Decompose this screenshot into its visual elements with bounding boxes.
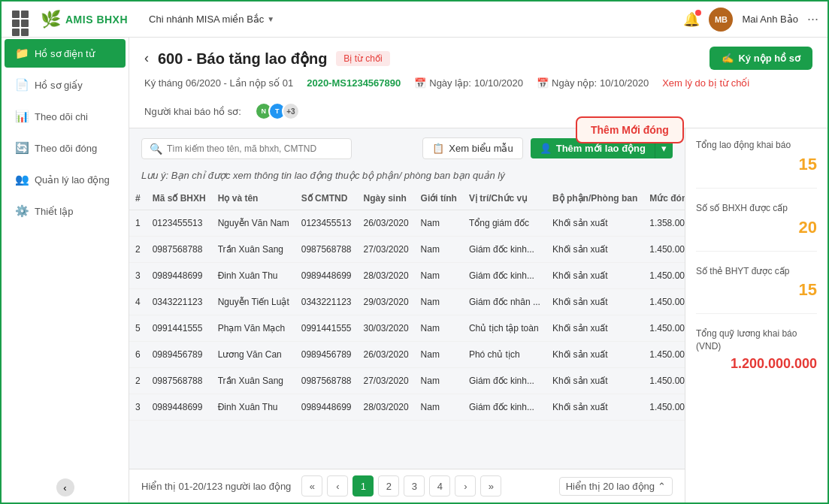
back-button[interactable]: ‹: [144, 50, 149, 66]
sidebar-item-label: Quản lý lao động: [35, 174, 110, 186]
ngay-nop-label: Ngày nộp:: [552, 77, 597, 89]
cell-ngay-sinh: 26/03/2020: [358, 210, 415, 237]
branch-name: Chi nhánh MISA miền Bắc: [149, 14, 264, 25]
stat-bhxh-label: Số số BHXH được cấp: [696, 202, 817, 215]
status-badge: Bị từ chối: [336, 51, 389, 66]
table-row: 3 0989448699 Đinh Xuân Thu 0989448699 28…: [129, 263, 685, 289]
table-row: 6 0989456789 Lương Văn Can 0989456789 26…: [129, 342, 685, 368]
per-page-dropdown-icon: ⌃: [658, 481, 666, 492]
content-header: ‹ 600 - Báo tăng lao động Bị từ chối ✍ K…: [129, 38, 827, 128]
sidebar-item-ho-so-dien-tu[interactable]: 📁 Hồ sơ điện tử: [5, 39, 126, 68]
cell-gioi-tinh: Nam: [415, 342, 463, 368]
cell-gioi-tinh: Nam: [415, 263, 463, 289]
ngay-lap-value: 10/10/2020: [474, 77, 523, 89]
cell-stt: 6: [129, 342, 147, 368]
cell-gioi-tinh: Nam: [415, 315, 463, 342]
cell-muc-dong: 1.450.000: [643, 237, 685, 263]
prev-page-button[interactable]: ‹: [327, 475, 348, 496]
gear-icon: ⚙️: [15, 204, 29, 218]
document-icon: 📄: [15, 78, 29, 92]
logo-text: AMIS BHXH: [65, 14, 128, 26]
content-area: ‹ 600 - Báo tăng lao động Bị từ chối ✍ K…: [129, 38, 827, 502]
pagination-row: Hiển thị 01-20/123 người lao động « ‹ 1 …: [129, 469, 685, 502]
submit-button[interactable]: ✍ Ký nộp hồ sơ: [709, 47, 812, 70]
page-3-button[interactable]: 3: [404, 475, 425, 496]
stat-total-wage-value: 1.200.000.000: [696, 356, 817, 372]
app-grid-icon[interactable]: [11, 9, 32, 30]
notification-icon[interactable]: 🔔: [683, 11, 700, 28]
per-page-select[interactable]: Hiển thị 20 lao động ⌃: [559, 477, 673, 496]
logo-area: 🌿 AMIS BHXH: [41, 10, 128, 29]
cell-ma-bhxh: 0991441555: [147, 315, 212, 342]
search-input[interactable]: [167, 143, 340, 154]
cell-stt: 3: [129, 394, 147, 421]
more-icon[interactable]: ···: [807, 11, 818, 27]
cell-bo-phan: Khối sản xuất: [546, 210, 643, 237]
cell-stt: 5: [129, 315, 147, 342]
template-icon: 📋: [432, 143, 444, 154]
cell-ngay-sinh: 28/03/2020: [358, 394, 415, 421]
stat-total-wage-label: Tổng quỹ lương khai báo (VND): [696, 327, 817, 353]
cell-ho-ten: Lương Văn Can: [212, 342, 295, 368]
sidebar-collapse-button[interactable]: ‹: [56, 478, 74, 496]
sidebar-item-label: Theo dõi đóng: [35, 143, 97, 154]
sidebar-item-theo-doi-dong[interactable]: 🔄 Theo dõi đóng: [5, 134, 126, 162]
table-row: 2 0987568788 Trần Xuân Sang 0987568788 2…: [129, 237, 685, 263]
sidebar-item-label: Hồ sơ điện tử: [35, 48, 95, 59]
cell-vi-tri: Giám đốc kinh...: [463, 368, 546, 394]
sidebar-item-label: Hồ sơ giấy: [35, 80, 83, 91]
cell-cmtnd: 0991441555: [295, 315, 358, 342]
cell-ngay-sinh: 28/03/2020: [358, 263, 415, 289]
xem-ly-do-link[interactable]: Xem lý do bị từ chối: [662, 77, 749, 89]
page-title: 600 - Báo tăng lao động: [158, 50, 327, 68]
table-scroll[interactable]: # Mã số BHXH Họ và tên Số CMTND Ngày sin…: [129, 187, 685, 469]
them-moi-dong-button[interactable]: Thêm Mới đóng: [576, 116, 684, 143]
chart-icon: 📊: [15, 110, 29, 123]
refresh-icon: 🔄: [15, 141, 29, 155]
cell-cmtnd: 0987568788: [295, 368, 358, 394]
table-row: 1 0123455513 Nguyễn Văn Nam 0123455513 2…: [129, 210, 685, 237]
page-4-button[interactable]: 4: [429, 475, 450, 496]
cell-stt: 4: [129, 289, 147, 315]
cell-ma-bhxh: 0989448699: [147, 263, 212, 289]
people-icon: 👥: [15, 173, 29, 186]
sidebar-item-theo-doi-chi[interactable]: 📊 Theo dõi chi: [5, 102, 126, 131]
sidebar-item-quan-ly-lao-dong[interactable]: 👥 Quản lý lao động: [5, 165, 126, 194]
cell-vi-tri: Giám đốc kinh...: [463, 263, 546, 289]
view-template-button[interactable]: 📋 Xem biểu mẫu: [422, 137, 522, 159]
cell-ma-bhxh: 0343221123: [147, 289, 212, 315]
col-ho-ten: Họ và tên: [212, 187, 295, 210]
cell-muc-dong: 1.450.000: [643, 289, 685, 315]
page-1-button[interactable]: 1: [352, 475, 374, 496]
reporter-more: +3: [282, 102, 300, 120]
notice-text: Lưu ý: Bạn chỉ được xem thông tin lao độ…: [141, 170, 505, 181]
cell-stt: 2: [129, 237, 147, 263]
first-page-button[interactable]: «: [301, 475, 322, 496]
branch-selector[interactable]: Chi nhánh MISA miền Bắc ▼: [149, 14, 274, 25]
cell-stt: 3: [129, 263, 147, 289]
cell-stt: 1: [129, 210, 147, 237]
ngay-nop-value: 10/10/2020: [600, 77, 649, 89]
table-row: 5 0991441555 Phạm Văn Mạch 0991441555 30…: [129, 315, 685, 342]
next-page-button[interactable]: ›: [455, 475, 476, 496]
search-icon: 🔍: [150, 143, 162, 155]
col-gioi-tinh: Giới tính: [415, 187, 463, 210]
stat-bhxh-value: 20: [696, 218, 817, 237]
cell-ngay-sinh: 30/03/2020: [358, 315, 415, 342]
cell-muc-dong: 1.450.000: [643, 315, 685, 342]
cell-gioi-tinh: Nam: [415, 289, 463, 315]
col-hash: #: [129, 187, 147, 210]
page-2-button[interactable]: 2: [378, 475, 399, 496]
ky-thang-label: Ký tháng 06/2020 - Lần nộp số 01: [144, 77, 293, 89]
add-labor-label: Thêm mới lao động: [556, 143, 646, 154]
table-main: 🔍 📋 Xem biểu mẫu 👤 Thêm mới lao động: [129, 128, 685, 502]
ma-ho-so-link[interactable]: 2020-MS1234567890: [307, 77, 401, 89]
sidebar-item-label: Thiết lập: [35, 206, 73, 217]
last-page-button[interactable]: »: [480, 475, 501, 496]
cell-muc-dong: 1.450.000: [643, 342, 685, 368]
cell-ho-ten: Trần Xuân Sang: [212, 237, 295, 263]
sidebar-item-thiet-lap[interactable]: ⚙️ Thiết lập: [5, 197, 126, 225]
avatar[interactable]: MB: [709, 8, 733, 32]
sidebar-item-ho-so-giay[interactable]: 📄 Hồ sơ giấy: [5, 71, 126, 99]
cell-ngay-sinh: 29/03/2020: [358, 289, 415, 315]
